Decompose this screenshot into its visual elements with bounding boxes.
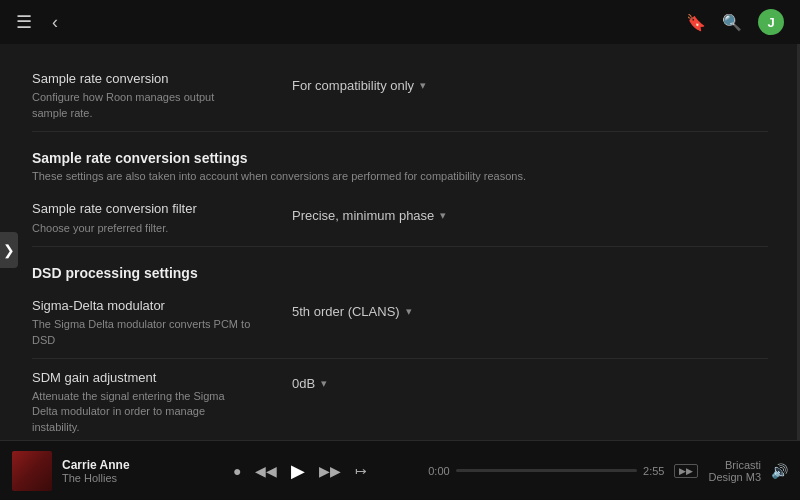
device-line2: Design M3 <box>708 471 761 483</box>
sdm-gain-control: 0dB ▾ <box>252 369 768 399</box>
filter-value: Precise, minimum phase <box>292 208 434 223</box>
filter-control: Precise, minimum phase ▾ <box>252 200 768 230</box>
chevron-down-icon: ▾ <box>406 305 412 318</box>
shuffle-button[interactable]: ● <box>233 463 241 479</box>
previous-button[interactable]: ◀◀ <box>255 463 277 479</box>
progress-bar[interactable] <box>456 469 637 472</box>
sdm-gain-value: 0dB <box>292 376 315 391</box>
top-bar-right: 🔖 🔍 J <box>686 9 784 35</box>
device-line1: Bricasti <box>708 459 761 471</box>
sdm-gain-title: SDM gain adjustment <box>32 369 252 387</box>
filter-row: Sample rate conversion filter Choose you… <box>32 190 768 247</box>
filter-desc: Choose your preferred filter. <box>32 221 252 236</box>
repeat-button[interactable]: ↦ <box>355 463 367 479</box>
sample-rate-conversion-title: Sample rate conversion <box>32 70 252 88</box>
format-text: ▶▶ <box>679 466 693 476</box>
chevron-down-icon: ▾ <box>321 377 327 390</box>
player-bar: Carrie Anne The Hollies ● ◀◀ ▶ ▶▶ ↦ 0:00… <box>0 440 800 500</box>
sample-rate-conversion-control: For compatibility only ▾ <box>252 70 768 100</box>
sample-rate-conversion-value: For compatibility only <box>292 78 414 93</box>
next-button[interactable]: ▶▶ <box>319 463 341 479</box>
bookmark-icon[interactable]: 🔖 <box>686 13 706 32</box>
sigma-delta-row: Sigma-Delta modulator The Sigma Delta mo… <box>32 287 768 359</box>
track-title: Carrie Anne <box>62 458 172 472</box>
dsd-settings-title: DSD processing settings <box>32 265 768 281</box>
top-bar: ☰ ‹ 🔖 🔍 J <box>0 0 800 44</box>
main-content: Sample rate conversion Configure how Roo… <box>0 44 800 440</box>
play-pause-button[interactable]: ▶ <box>291 460 305 482</box>
filter-title: Sample rate conversion filter <box>32 200 252 218</box>
device-info: Bricasti Design M3 <box>708 459 761 483</box>
top-bar-left: ☰ ‹ <box>16 11 58 33</box>
sample-rate-conversion-row: Sample rate conversion Configure how Roo… <box>32 60 768 132</box>
format-badge: ▶▶ <box>674 464 698 478</box>
volume-button[interactable]: 🔊 <box>771 463 788 479</box>
dsd-settings-header: DSD processing settings <box>32 265 768 281</box>
sigma-delta-label: Sigma-Delta modulator The Sigma Delta mo… <box>32 297 252 348</box>
conversion-settings-desc: These settings are also taken into accou… <box>32 169 768 184</box>
total-time: 2:55 <box>643 465 664 477</box>
avatar[interactable]: J <box>758 9 784 35</box>
sample-rate-conversion-dropdown[interactable]: For compatibility only ▾ <box>292 78 426 93</box>
filter-dropdown[interactable]: Precise, minimum phase ▾ <box>292 208 446 223</box>
chevron-down-icon: ▾ <box>420 79 426 92</box>
sample-rate-conversion-desc: Configure how Roon manages output sample… <box>32 90 252 121</box>
sample-rate-conversion-label: Sample rate conversion Configure how Roo… <box>32 70 252 121</box>
player-controls: ● ◀◀ ▶ ▶▶ ↦ <box>182 460 418 482</box>
filter-label: Sample rate conversion filter Choose you… <box>32 200 252 236</box>
sigma-delta-dropdown[interactable]: 5th order (CLANS) ▾ <box>292 304 412 319</box>
sigma-delta-control: 5th order (CLANS) ▾ <box>252 297 768 327</box>
chevron-down-icon: ▾ <box>440 209 446 222</box>
search-icon[interactable]: 🔍 <box>722 13 742 32</box>
progress-section: 0:00 2:55 <box>428 465 664 477</box>
sdm-gain-row: SDM gain adjustment Attenuate the signal… <box>32 359 768 440</box>
sidebar-arrow[interactable]: ❯ <box>0 232 18 268</box>
track-info: Carrie Anne The Hollies <box>62 458 172 484</box>
right-controls: ▶▶ Bricasti Design M3 🔊 <box>674 459 788 483</box>
back-icon[interactable]: ‹ <box>52 12 58 33</box>
sigma-delta-value: 5th order (CLANS) <box>292 304 400 319</box>
album-art-image <box>12 451 52 491</box>
sdm-gain-label: SDM gain adjustment Attenuate the signal… <box>32 369 252 435</box>
sdm-gain-dropdown[interactable]: 0dB ▾ <box>292 376 327 391</box>
conversion-settings-title: Sample rate conversion settings <box>32 150 768 166</box>
sdm-gain-desc: Attenuate the signal entering the Sigma … <box>32 389 252 435</box>
sigma-delta-title: Sigma-Delta modulator <box>32 297 252 315</box>
track-artist: The Hollies <box>62 472 172 484</box>
current-time: 0:00 <box>428 465 449 477</box>
sigma-delta-desc: The Sigma Delta modulator converts PCM t… <box>32 317 252 348</box>
conversion-settings-header: Sample rate conversion settings These se… <box>32 150 768 184</box>
album-art <box>12 451 52 491</box>
hamburger-icon[interactable]: ☰ <box>16 11 32 33</box>
